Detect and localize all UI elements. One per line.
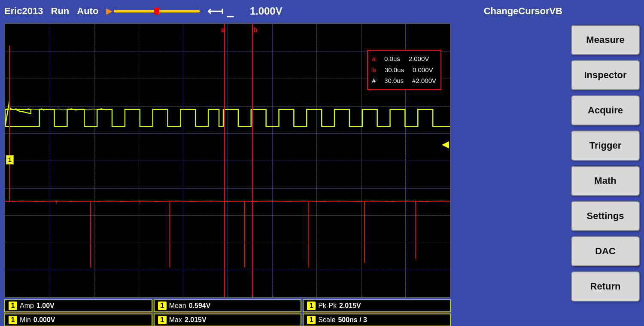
oscilloscope-screen: a b a 0.0us 2.000V b 30.0us 0.000V # 30.… [4, 23, 451, 298]
cursor-a-dot: a [372, 53, 376, 64]
ch1-marker: 1 [6, 155, 14, 165]
app-title: Eric2013 [4, 6, 43, 17]
amp-value: 1.00V [36, 302, 55, 310]
stat-amp: 1 Amp 1.00V [4, 299, 152, 312]
cursor-delta-time: 30.0us [384, 75, 404, 86]
cursor-a-time: 0.0us [384, 53, 400, 64]
measure-button[interactable]: Measure [571, 25, 640, 55]
settings-button[interactable]: Settings [571, 201, 640, 231]
cursor-info-box: a 0.0us 2.000V b 30.0us 0.000V # 30.0us … [367, 50, 441, 90]
mean-label: Mean [169, 302, 186, 310]
stat-max: 1 Max 2.015V [154, 314, 302, 326]
scale-value: 500ns / 3 [338, 316, 367, 324]
cursor-a-line [224, 24, 225, 297]
max-value: 2.015V [185, 316, 207, 324]
return-button[interactable]: Return [571, 271, 640, 302]
trigger-bar [114, 7, 200, 15]
cursor-a-label: a [221, 26, 225, 34]
cursor-app-label: ChangeCursorVB [484, 6, 562, 17]
cursor-delta-voltage: #2.000V [412, 75, 436, 86]
scale-label: Scale [318, 316, 335, 324]
cursor-b-voltage: 0.000V [413, 64, 433, 76]
cursor-a-voltage: 2.000V [409, 53, 429, 64]
right-panel: Measure Inspector Acquire Trigger Math S… [567, 0, 644, 326]
voltage-display: 1.000V [250, 5, 283, 17]
min-value: 0.000V [33, 316, 55, 324]
min-ch-badge: 1 [9, 316, 17, 324]
stats-container: 1 Amp 1.00V 1 Mean 0.594V 1 Pk-Pk 2.015V… [4, 299, 451, 326]
dac-button[interactable]: DAC [571, 236, 640, 266]
cursor-b-label: b [253, 26, 258, 34]
auto-status: Auto [77, 6, 98, 17]
max-label: Max [169, 316, 182, 324]
trigger-arrow-icon: ▶ [106, 6, 112, 16]
waveform-symbol-icon: ⟻ ⎯ [207, 5, 233, 18]
ch2-level-arrow: ◀ [442, 139, 449, 150]
trigger-button[interactable]: Trigger [571, 131, 640, 161]
math-button[interactable]: Math [571, 166, 640, 196]
cursor-b-dot: b [372, 64, 376, 76]
scale-ch-badge: 1 [307, 316, 316, 324]
trigger-indicator: ▶ [106, 6, 200, 16]
inspector-button[interactable]: Inspector [571, 60, 640, 90]
mean-ch-badge: 1 [158, 302, 167, 310]
cursor-b-time: 30.0us [385, 64, 404, 76]
acquire-button[interactable]: Acquire [571, 95, 640, 125]
yellow-waveform [5, 101, 450, 127]
pkpk-ch-badge: 1 [307, 302, 316, 310]
min-label: Min [20, 316, 31, 324]
amp-ch-badge: 1 [9, 302, 17, 310]
pkpk-label: Pk-Pk [318, 302, 337, 310]
stat-min: 1 Min 0.000V [4, 314, 152, 326]
stat-mean: 1 Mean 0.594V [154, 299, 302, 312]
cursor-delta-hash: # [372, 75, 376, 86]
yellow-noise [5, 109, 112, 110]
pkpk-value: 2.015V [339, 302, 361, 310]
max-ch-badge: 1 [158, 316, 167, 324]
stat-scale: 1 Scale 500ns / 3 [303, 314, 451, 326]
amp-label: Amp [20, 302, 34, 310]
cursor-b-line [252, 24, 253, 297]
stat-pkpk: 1 Pk-Pk 2.015V [303, 299, 451, 312]
mean-value: 0.594V [189, 302, 211, 310]
run-status: Run [51, 6, 70, 17]
